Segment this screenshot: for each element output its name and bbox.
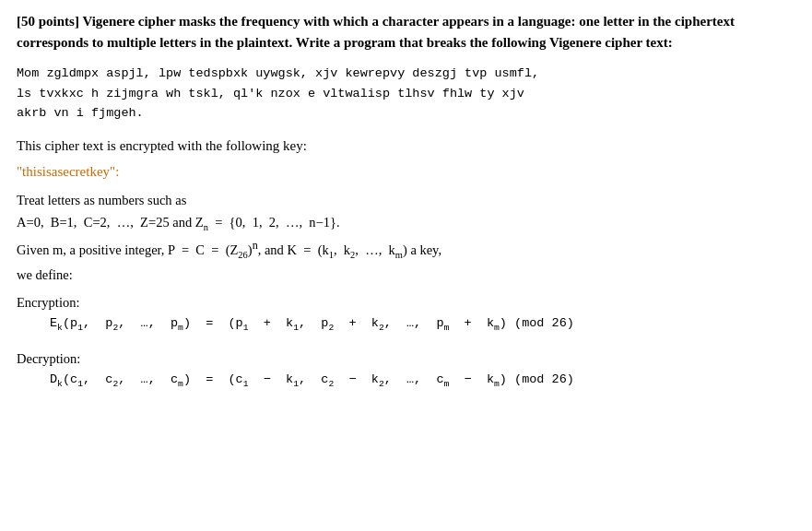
decryption-section: Decryption: Dk(c1, c2, …, cm) = (c1 − k1… [17,351,795,392]
encryption-formula: Ek(p1, p2, …, pm) = (p1 + k1, p2 + k2, …… [17,313,795,336]
math-section: Treat letters as numbers such as A=0, B=… [17,189,795,286]
cipher-line-3: akrb vn i fjmgeh. [17,103,795,124]
cipher-line-1: Mom zgldmpx aspjl, lpw tedspbxk uywgsk, … [17,64,795,84]
decryption-label: Decryption: [17,351,795,367]
given-m-line: Given m, a positive integer, P = C = (Z2… [17,236,795,263]
treat-letters-text: Treat letters as numbers such as [17,189,795,212]
decryption-formula: Dk(c1, c2, …, cm) = (c1 − k1, c2 − k2, …… [17,369,795,392]
encryption-section: Encryption: Ek(p1, p2, …, pm) = (p1 + k1… [17,295,795,336]
key-intro-text: This cipher text is encrypted with the f… [17,135,795,157]
key-value: "thisisasecretkey": [17,164,795,180]
cipher-text-block: Mom zgldmpx aspjl, lpw tedspbxk uywgsk, … [17,64,795,124]
we-define-text: we define: [17,264,795,287]
alphabet-numbers-line: A=0, B=1, C=2, …, Z=25 and Zn = {0, 1, 2… [17,211,795,236]
cipher-line-2: ls tvxkxc h zijmgra wh tskl, ql'k nzox e… [17,84,795,104]
encryption-label: Encryption: [17,295,795,311]
problem-statement: [50 points] Vigenere cipher masks the fr… [17,11,795,392]
problem-header: [50 points] Vigenere cipher masks the fr… [17,11,795,53]
